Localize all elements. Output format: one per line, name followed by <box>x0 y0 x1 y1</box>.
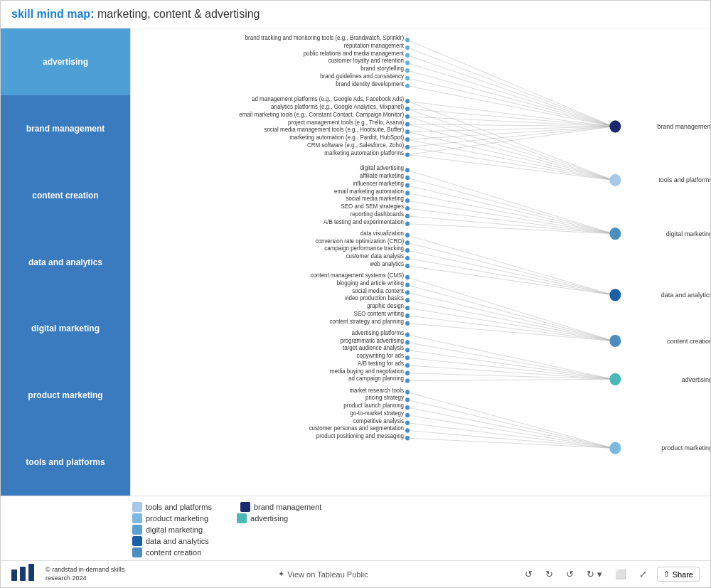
bottom-controls: ↺ ↻ ↺ ↻ ▾ ⬜ ⤢ ⇧ Share <box>522 567 700 582</box>
svg-point-114 <box>405 46 410 50</box>
svg-text:reputation management: reputation management <box>344 42 405 49</box>
svg-point-135 <box>405 221 410 225</box>
svg-point-144 <box>405 298 410 302</box>
svg-point-121 <box>405 107 410 111</box>
svg-text:go-to-market strategy: go-to-market strategy <box>350 410 405 417</box>
svg-text:conversion rate optimization (: conversion rate optimization (CRO) <box>316 237 405 244</box>
share-label: Share <box>673 570 693 579</box>
svg-point-168 <box>609 442 621 454</box>
svg-text:A/B testing for ads: A/B testing for ads <box>358 360 404 367</box>
svg-text:copywriting for ads: copywriting for ads <box>357 352 404 359</box>
svg-text:project management tools (e.g.: project management tools (e.g., Trello, … <box>288 118 404 125</box>
legend-row5: content creation <box>132 547 700 557</box>
svg-point-143 <box>405 290 410 294</box>
svg-line-64 <box>407 109 613 127</box>
svg-point-145 <box>405 306 410 310</box>
legend-digital: digital marketing <box>132 525 203 535</box>
svg-point-131 <box>405 191 410 195</box>
svg-line-82 <box>407 193 613 234</box>
svg-line-101 <box>407 350 613 379</box>
legend-dot-tools <box>132 502 142 512</box>
svg-line-91 <box>407 266 613 295</box>
svg-text:CRM software (e.g., Salesforce: CRM software (e.g., Salesforce, Zoho) <box>307 141 404 149</box>
svg-text:influencer marketing: influencer marketing <box>353 179 404 186</box>
svg-point-163 <box>609 174 621 186</box>
svg-line-71 <box>407 101 613 180</box>
svg-point-167 <box>609 373 621 385</box>
svg-line-111 <box>407 430 613 448</box>
svg-text:brand guidelines and consisten: brand guidelines and consistency <box>320 73 405 80</box>
expand-button[interactable]: ⤢ <box>636 567 650 581</box>
svg-line-107 <box>407 400 613 448</box>
undo-button[interactable]: ↺ <box>522 567 535 581</box>
svg-line-98 <box>407 324 613 341</box>
svg-point-117 <box>405 68 410 73</box>
svg-point-132 <box>405 198 410 203</box>
svg-point-128 <box>405 168 410 172</box>
legend-row3: digital marketing <box>132 525 700 535</box>
svg-text:analytics platforms (e.g., Goo: analytics platforms (e.g., Google Analyt… <box>271 103 404 110</box>
legend-row2: product marketing advertising <box>132 513 700 523</box>
redo-button[interactable]: ↻ <box>542 567 556 581</box>
legend-label-advertising: advertising <box>250 514 288 523</box>
category-content-creation: content creation <box>1 162 130 229</box>
svg-text:market research tools: market research tools <box>349 386 404 393</box>
svg-text:SEO and SEM strategies: SEO and SEM strategies <box>341 203 404 210</box>
svg-text:digital advertising: digital advertising <box>360 164 404 171</box>
svg-line-79 <box>407 170 613 233</box>
svg-line-59 <box>407 63 613 126</box>
svg-line-63 <box>407 101 613 127</box>
svg-text:SEO content writing: SEO content writing <box>354 310 405 317</box>
chart-area: advertising brand management content cre… <box>1 28 710 496</box>
svg-point-113 <box>405 38 410 42</box>
legend-dot-data <box>132 536 142 546</box>
svg-point-136 <box>405 233 410 237</box>
svg-line-56 <box>407 40 613 127</box>
monitor-button[interactable]: ⬜ <box>612 567 629 581</box>
legend-row4: data and analytics <box>132 536 700 546</box>
legend-label-digital: digital marketing <box>146 525 203 534</box>
svg-point-148 <box>405 333 410 337</box>
randstad-logo <box>11 564 40 585</box>
svg-point-146 <box>405 314 410 318</box>
svg-text:affiliate marketing: affiliate marketing <box>360 172 405 179</box>
forward-button[interactable]: ↻ ▾ <box>584 567 605 581</box>
title-suffix: marketing, content & advertising <box>97 8 260 20</box>
svg-text:product launch planning: product launch planning <box>343 402 404 409</box>
svg-point-141 <box>405 275 410 279</box>
svg-line-90 <box>407 258 613 295</box>
svg-text:data and analytics: data and analytics <box>661 292 710 299</box>
svg-point-120 <box>405 99 410 103</box>
svg-text:tools and platforms: tools and platforms <box>658 176 710 183</box>
svg-line-95 <box>407 300 613 341</box>
view-link[interactable]: ✦ View on Tableau Public <box>278 570 368 579</box>
svg-point-156 <box>405 397 410 402</box>
svg-text:customer personas and segmenta: customer personas and segmentation <box>309 424 405 432</box>
svg-point-137 <box>405 240 410 245</box>
legend-content: content creation <box>132 547 201 557</box>
share-icon: ⇧ <box>663 570 670 579</box>
svg-point-119 <box>405 84 410 88</box>
svg-line-105 <box>407 379 613 380</box>
legend-dot-advertising <box>237 513 247 523</box>
legend-section: tools and platforms brand management pro… <box>1 496 710 560</box>
category-data-analytics: data and analytics <box>1 229 130 296</box>
chart-svg: brand tracking and monitoring tools (e.g… <box>131 28 710 496</box>
svg-text:ad management platforms (e.g.,: ad management platforms (e.g., Google Ad… <box>252 95 404 102</box>
svg-point-134 <box>405 214 410 218</box>
svg-text:email marketing tools (e.g., C: email marketing tools (e.g., Constant Co… <box>239 111 404 118</box>
share-button[interactable]: ⇧ Share <box>657 567 700 582</box>
svg-point-155 <box>405 390 410 394</box>
svg-text:customer loyalty and retention: customer loyalty and retention <box>328 57 405 64</box>
back-button[interactable]: ↺ <box>563 567 577 581</box>
svg-point-147 <box>405 321 410 325</box>
svg-text:A/B testing and experimentatio: A/B testing and experimentation <box>324 218 404 225</box>
svg-line-76 <box>407 139 613 180</box>
legend-label-data: data and analytics <box>146 537 209 545</box>
brand-line1: © randstad in-demand skills <box>46 566 124 574</box>
svg-point-160 <box>405 428 410 432</box>
svg-line-110 <box>407 423 613 449</box>
legend-data: data and analytics <box>132 536 209 546</box>
svg-point-133 <box>405 206 410 210</box>
legend-dot-digital <box>132 525 142 535</box>
